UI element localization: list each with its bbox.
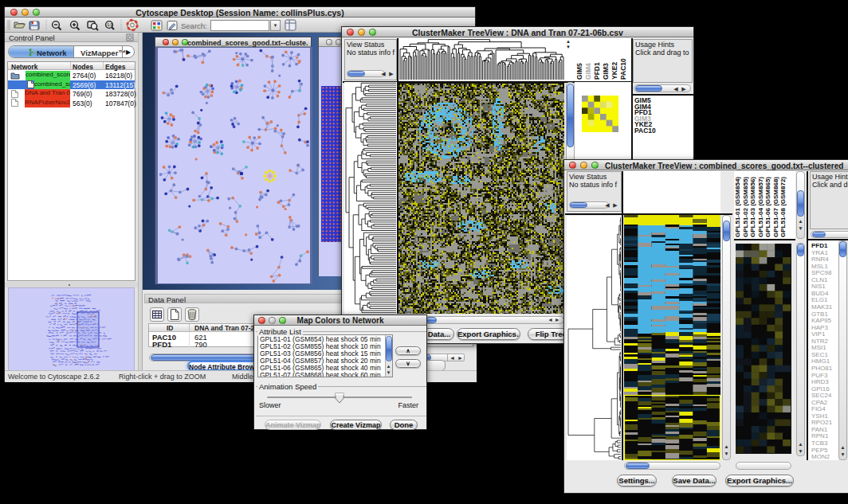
svg-text:1:1: 1:1 bbox=[108, 23, 113, 27]
